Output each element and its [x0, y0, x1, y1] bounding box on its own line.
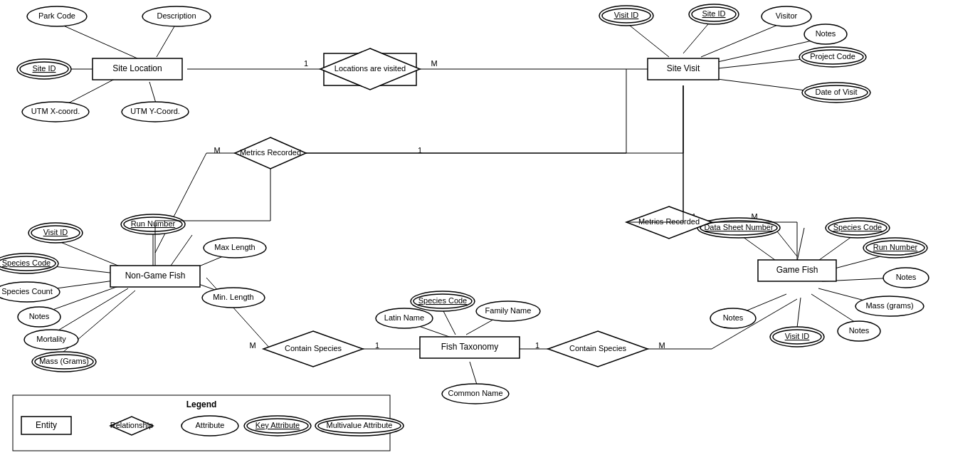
svg-line-70	[53, 288, 128, 333]
svg-text:Visitor: Visitor	[776, 11, 798, 20]
svg-line-44	[626, 23, 669, 57]
svg-line-98	[443, 310, 455, 335]
svg-text:M: M	[431, 59, 437, 68]
svg-line-31	[64, 78, 116, 105]
svg-text:Notes: Notes	[849, 326, 870, 335]
svg-text:Species Code: Species Code	[418, 296, 468, 305]
svg-text:Mass (grams): Mass (grams)	[865, 301, 913, 310]
svg-text:Latin Name: Latin Name	[384, 313, 424, 322]
svg-text:Run Number: Run Number	[873, 243, 918, 251]
svg-line-29	[157, 23, 176, 57]
entity-fish-taxonomy: Fish Taxonomy	[441, 342, 498, 352]
svg-text:Park Code: Park Code	[38, 11, 75, 20]
svg-text:Notes: Notes	[723, 313, 744, 322]
svg-text:1: 1	[535, 341, 539, 350]
svg-text:M: M	[658, 341, 665, 350]
svg-line-8	[155, 153, 206, 253]
svg-text:UTM X-coord.: UTM X-coord.	[31, 107, 80, 115]
rel-metrics-top: Metrics Recorded	[240, 148, 301, 157]
svg-text:M: M	[214, 146, 220, 155]
svg-text:Site ID: Site ID	[32, 64, 56, 73]
svg-text:Mass (Grams): Mass (Grams)	[39, 357, 89, 365]
svg-text:Max Length: Max Length	[214, 243, 255, 251]
svg-text:Description: Description	[157, 11, 196, 20]
svg-line-101	[470, 362, 477, 385]
rel-contain-right: Contain Species	[569, 344, 627, 352]
legend-relationship-label: Relationship	[110, 421, 154, 429]
svg-line-45	[683, 20, 712, 53]
legend-attribute-label: Attribute	[196, 421, 225, 429]
svg-text:Visit ID: Visit ID	[785, 332, 810, 340]
svg-text:Visit ID: Visit ID	[614, 11, 639, 19]
rel-metrics-right: Metrics Recorded	[638, 217, 700, 226]
svg-text:Data Sheet Number: Data Sheet Number	[704, 223, 774, 231]
svg-text:Species Code: Species Code	[2, 258, 51, 267]
svg-line-66	[57, 241, 127, 269]
svg-line-46	[701, 23, 783, 57]
entity-site-location: Site Location	[112, 63, 162, 73]
legend-multivalue-label: Multivalue Attribute	[327, 421, 393, 429]
svg-text:UTM Y-Coord.: UTM Y-Coord.	[130, 107, 180, 115]
svg-text:Family Name: Family Name	[485, 306, 532, 315]
entity-non-game-fish: Non-Game Fish	[125, 271, 186, 281]
legend-title: Legend	[186, 399, 217, 409]
svg-text:Notes: Notes	[816, 29, 836, 38]
legend-entity-label: Entity	[36, 420, 57, 430]
svg-text:Notes: Notes	[29, 312, 50, 320]
entity-game-fish: Game Fish	[776, 265, 818, 275]
svg-text:M: M	[249, 341, 255, 350]
svg-text:Species Count: Species Count	[1, 287, 53, 296]
legend-key-attribute-label: Key Attribute	[255, 421, 300, 429]
svg-line-73	[171, 235, 192, 266]
svg-line-28	[57, 23, 137, 58]
rel-contain-left: Contain Species	[285, 344, 342, 352]
svg-text:Site ID: Site ID	[702, 9, 725, 18]
svg-text:Common Name: Common Name	[448, 389, 502, 397]
svg-text:Mortality: Mortality	[36, 335, 66, 343]
svg-text:Project Code: Project Code	[810, 52, 855, 61]
svg-text:Notes: Notes	[896, 273, 917, 281]
svg-text:Species Code: Species Code	[833, 223, 882, 231]
svg-text:Visit ID: Visit ID	[43, 228, 68, 236]
entity-site-visit: Site Visit	[667, 63, 700, 73]
svg-text:1: 1	[304, 59, 308, 68]
rel-locations-visited: Locations are visited	[334, 64, 406, 73]
svg-text:1: 1	[375, 341, 379, 350]
svg-text:Min. Length: Min. Length	[213, 293, 253, 301]
svg-line-112	[797, 228, 804, 261]
svg-text:Date of Visit: Date of Visit	[815, 88, 857, 96]
svg-line-118	[797, 298, 801, 328]
